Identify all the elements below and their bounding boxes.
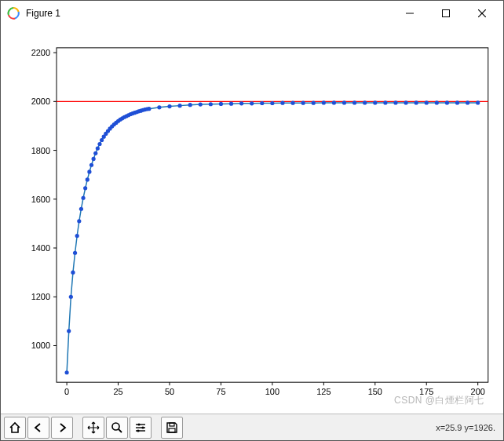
figure-window: Figure 1 0255075100125150175200100012001…: [0, 0, 504, 441]
svg-point-102: [383, 100, 387, 104]
svg-point-117: [141, 426, 144, 428]
svg-point-40: [67, 329, 71, 333]
svg-point-92: [280, 101, 284, 105]
svg-point-49: [86, 177, 89, 181]
home-icon: [9, 421, 21, 434]
svg-point-51: [89, 163, 93, 167]
svg-point-47: [81, 196, 85, 200]
app-icon: [7, 7, 20, 20]
svg-point-87: [229, 102, 233, 106]
close-button[interactable]: [464, 1, 500, 26]
window-title: Figure 1: [26, 8, 60, 19]
svg-point-105: [415, 100, 418, 104]
svg-point-95: [312, 101, 316, 105]
svg-point-88: [239, 101, 243, 105]
svg-text:1400: 1400: [31, 243, 50, 253]
svg-point-79: [147, 107, 151, 111]
svg-point-86: [219, 102, 223, 106]
forward-button[interactable]: [51, 417, 73, 439]
minimize-icon: [406, 9, 414, 17]
svg-text:50: 50: [165, 387, 174, 396]
svg-point-111: [476, 100, 480, 104]
toolbar: x=25.9 y=1926.: [1, 414, 503, 440]
pan-button[interactable]: [82, 417, 104, 439]
svg-point-98: [342, 100, 346, 104]
svg-point-55: [97, 142, 101, 146]
svg-point-93: [290, 101, 294, 105]
svg-point-109: [455, 100, 459, 104]
svg-point-108: [445, 100, 449, 104]
sliders-icon: [134, 421, 147, 434]
svg-point-104: [404, 100, 407, 104]
svg-rect-121: [169, 428, 175, 432]
home-button[interactable]: [4, 417, 26, 439]
svg-point-56: [100, 138, 104, 142]
configure-button[interactable]: [130, 417, 152, 439]
svg-point-91: [270, 101, 274, 105]
svg-point-84: [199, 102, 203, 106]
svg-text:175: 175: [419, 387, 433, 396]
svg-point-101: [373, 100, 377, 104]
svg-point-99: [352, 100, 356, 104]
svg-point-46: [79, 207, 83, 211]
svg-text:2000: 2000: [31, 97, 50, 106]
svg-point-80: [157, 105, 161, 109]
plot-canvas[interactable]: 0255075100125150175200100012001400160018…: [1, 26, 503, 414]
svg-point-53: [93, 151, 97, 155]
zoom-button[interactable]: [106, 417, 128, 439]
svg-point-119: [137, 429, 139, 432]
svg-rect-2: [443, 10, 450, 17]
svg-point-106: [425, 100, 429, 104]
svg-point-41: [69, 295, 73, 299]
svg-point-110: [466, 100, 469, 104]
arrow-right-icon: [56, 421, 68, 434]
svg-point-112: [112, 423, 119, 430]
svg-point-44: [75, 234, 79, 238]
svg-point-54: [96, 146, 100, 150]
svg-point-107: [435, 100, 439, 104]
svg-point-94: [301, 101, 305, 105]
svg-point-89: [250, 101, 254, 105]
maximize-icon: [442, 9, 450, 17]
svg-point-96: [322, 100, 326, 104]
svg-point-115: [137, 423, 140, 425]
close-icon: [478, 9, 486, 17]
svg-point-83: [188, 103, 192, 107]
svg-point-97: [332, 100, 336, 104]
svg-text:200: 200: [471, 387, 485, 396]
svg-rect-120: [170, 423, 174, 426]
svg-point-39: [65, 370, 69, 374]
svg-text:0: 0: [64, 387, 69, 396]
titlebar: Figure 1: [1, 1, 503, 26]
svg-text:100: 100: [265, 387, 279, 396]
svg-point-42: [71, 271, 75, 275]
svg-text:150: 150: [368, 387, 382, 396]
back-button[interactable]: [27, 417, 49, 439]
minimize-button[interactable]: [392, 1, 428, 26]
svg-point-85: [209, 102, 213, 106]
svg-text:1600: 1600: [31, 195, 50, 204]
coord-readout: x=25.9 y=1926.: [436, 423, 500, 432]
svg-point-43: [73, 251, 77, 255]
save-button[interactable]: [161, 417, 183, 439]
zoom-icon: [111, 421, 123, 434]
move-icon: [87, 421, 100, 434]
svg-text:1200: 1200: [31, 292, 50, 301]
maximize-button[interactable]: [428, 1, 464, 26]
svg-text:125: 125: [316, 387, 331, 396]
svg-point-81: [167, 104, 171, 108]
svg-point-90: [260, 101, 264, 105]
svg-text:2200: 2200: [31, 48, 50, 57]
svg-text:1000: 1000: [31, 341, 50, 350]
save-icon: [166, 421, 178, 434]
plot-svg: 0255075100125150175200100012001400160018…: [1, 26, 503, 414]
svg-line-113: [119, 429, 122, 432]
svg-point-48: [83, 186, 87, 190]
svg-text:1800: 1800: [31, 146, 50, 155]
svg-point-50: [87, 169, 91, 173]
svg-point-100: [363, 100, 367, 104]
arrow-left-icon: [32, 421, 45, 434]
svg-rect-5: [57, 48, 488, 382]
svg-text:25: 25: [113, 387, 122, 396]
svg-text:75: 75: [216, 387, 225, 396]
